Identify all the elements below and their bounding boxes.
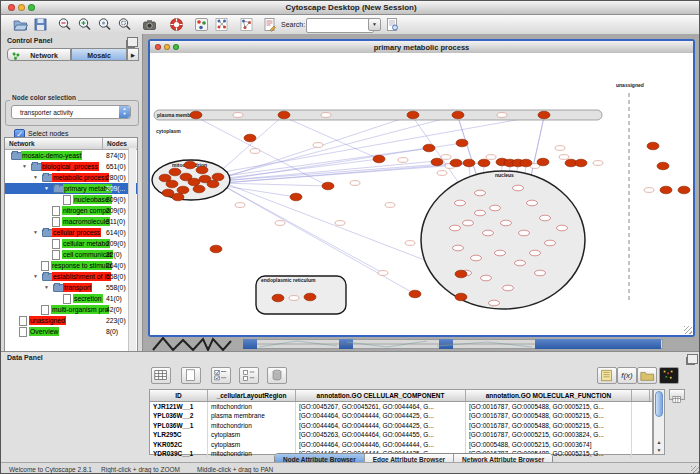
table-row[interactable]: YLR295Ccytoplasm[GO:0045263, GO:0044464,… (150, 430, 652, 439)
nucleus-mini-node[interactable] (455, 200, 466, 206)
tree-row[interactable]: nitrogen compo209(0) (5, 205, 137, 216)
network-node[interactable] (678, 186, 690, 194)
mini-node[interactable] (250, 149, 260, 154)
layout-graph-alt-icon[interactable] (239, 17, 254, 32)
network-canvas[interactable]: plasma membranecytoplasmmitochondrionnuc… (150, 53, 693, 335)
table-row[interactable]: YKR052Ccytoplasm[GO:0044464, GO:0044446,… (150, 440, 652, 449)
tree-row-label[interactable]: metabolic process (52, 173, 109, 182)
expander-icon[interactable]: ▼ (33, 227, 38, 238)
expander-icon[interactable]: ▼ (44, 282, 49, 293)
tree-row[interactable]: Overview8(0) (5, 326, 137, 337)
layout-graph-icon[interactable] (214, 17, 229, 32)
tree-row[interactable]: ▼cellular process614(0) (5, 227, 137, 238)
mini-node[interactable] (313, 143, 323, 148)
tree-row-label[interactable]: secretion (73, 294, 103, 303)
table-row[interactable]: YJR121W__1mitochondrion[GO:0045267, GO:0… (150, 402, 652, 411)
network-node[interactable] (184, 161, 196, 169)
table-column-header[interactable] (632, 390, 650, 401)
mini-node[interactable] (398, 158, 408, 163)
table-column-header[interactable]: annotation.GO MOLECULAR_FUNCTION (466, 390, 632, 401)
tree-row-label[interactable]: primary metabo (63, 184, 112, 193)
network-node[interactable] (575, 159, 587, 167)
nucleus-mini-node[interactable] (490, 205, 501, 211)
new-attribute-icon[interactable] (181, 367, 201, 384)
nucleus-mini-node[interactable] (513, 185, 524, 191)
nucleus-mini-node[interactable] (475, 190, 486, 196)
tree-row[interactable]: ▼transport558(0) (5, 282, 137, 293)
mini-node[interactable] (350, 181, 360, 186)
network-node[interactable] (452, 111, 464, 119)
save-icon[interactable] (33, 17, 48, 32)
mini-node[interactable] (335, 221, 345, 226)
table-scrollbar[interactable]: ▲ ▼ (653, 389, 665, 455)
tree-row[interactable]: multi-organism pro42(0) (5, 304, 137, 315)
mini-node[interactable] (235, 203, 245, 208)
vizmapper-icon[interactable] (194, 17, 209, 32)
network-node[interactable] (207, 180, 219, 188)
mini-node[interactable] (486, 155, 496, 160)
network-node[interactable] (304, 293, 316, 301)
nucleus-mini-node[interactable] (471, 255, 482, 261)
nucleus-mini-node[interactable] (519, 230, 530, 236)
nucleus-mini-node[interactable] (530, 250, 541, 256)
attribute-editor-icon[interactable] (597, 367, 617, 384)
network-view-window[interactable]: primary metabolic process plasma membran… (148, 39, 695, 337)
mini-node[interactable] (378, 271, 388, 276)
network-node[interactable] (455, 293, 467, 301)
network-node[interactable] (188, 178, 200, 186)
network-node[interactable] (537, 158, 549, 166)
mini-node[interactable] (555, 146, 565, 151)
network-node[interactable] (212, 173, 224, 181)
network-node[interactable] (657, 162, 669, 170)
nucleus-mini-node[interactable] (503, 285, 514, 291)
network-node[interactable] (373, 155, 385, 163)
mini-node[interactable] (289, 296, 299, 301)
mini-node[interactable] (405, 241, 415, 246)
table-row[interactable]: YPL036W__2plasma membrane[GO:0044464, GO… (150, 411, 652, 420)
tree-row[interactable]: macromolecule311(0) (5, 216, 137, 227)
search-input[interactable] (306, 18, 374, 33)
network-node[interactable] (272, 294, 284, 302)
table-corner-button[interactable] (669, 389, 685, 400)
scroll-down-icon[interactable]: ▼ (654, 446, 664, 454)
network-node[interactable] (290, 193, 302, 201)
table-row[interactable]: YPL036W__1mitochondrion[GO:0044464, GO:0… (150, 421, 652, 430)
tree-row-label[interactable]: establishment of lo (52, 272, 111, 281)
network-node[interactable] (244, 134, 256, 142)
network-node[interactable] (538, 111, 550, 119)
tree-row-label[interactable]: macromolecule (62, 217, 110, 226)
mini-node[interactable] (593, 161, 603, 166)
tree-row[interactable]: ▼biological_process651(0) (5, 161, 137, 172)
tree-row[interactable]: cell communicat22(0) (5, 249, 137, 260)
network-node[interactable] (172, 193, 184, 201)
network-node[interactable] (407, 111, 419, 119)
window-resize-grip[interactable] (691, 466, 699, 474)
network-node[interactable] (322, 182, 334, 190)
tree-row-label[interactable]: transport (63, 283, 92, 292)
tree-row[interactable]: nucleobase-209(0) (5, 194, 137, 205)
tab-scroll-right-button[interactable]: ▶ (127, 48, 139, 61)
network-node[interactable] (166, 180, 178, 188)
network-node[interactable] (210, 245, 222, 253)
zoom-fit-icon[interactable] (117, 17, 132, 32)
matrix-icon[interactable] (659, 367, 679, 384)
nucleus-mini-node[interactable] (489, 300, 500, 306)
open-file-icon[interactable] (13, 17, 28, 32)
nucleus-mini-node[interactable] (557, 225, 568, 231)
nucleus-mini-node[interactable] (540, 215, 551, 221)
view-resize-grip[interactable] (684, 326, 692, 334)
tree-row[interactable]: ▼establishment of lo558(0) (5, 271, 137, 282)
network-node[interactable] (196, 166, 208, 174)
expander-icon[interactable]: ▼ (22, 161, 27, 172)
mini-node[interactable] (437, 171, 447, 176)
table-column-header[interactable]: _cellularLayoutRegion (208, 390, 296, 401)
expander-icon[interactable]: ▼ (44, 183, 49, 194)
tree-row[interactable]: response to stimulu264(0) (5, 260, 137, 271)
expander-icon[interactable]: ▼ (33, 271, 38, 282)
float-data-panel-icon[interactable] (687, 354, 698, 364)
zoom-out-icon[interactable] (57, 17, 72, 32)
tree-row[interactable]: secretion41(0) (5, 293, 137, 304)
network-node[interactable] (463, 159, 475, 167)
tree-row-label[interactable]: response to stimulu (51, 261, 112, 270)
tree-column-network[interactable]: Network (5, 138, 103, 149)
